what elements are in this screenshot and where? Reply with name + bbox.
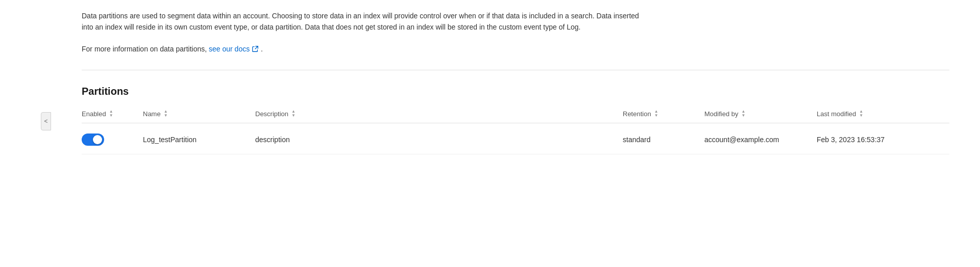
cell-name: Log_testPartition: [143, 136, 255, 144]
docs-link-text: see our docs: [209, 43, 250, 55]
partitions-table: Enabled ▲▼ Name ▲▼ Description ▲▼ Retent…: [82, 110, 949, 154]
col-label-last-modified: Last modified: [817, 110, 856, 118]
cell-last-modified: Feb 3, 2023 16:53:37: [817, 136, 949, 144]
chevron-left-icon: <: [44, 118, 47, 125]
col-label-enabled: Enabled: [82, 110, 106, 118]
sort-icon-retention: ▲▼: [654, 110, 658, 118]
col-header-retention[interactable]: Retention ▲▼: [623, 110, 704, 118]
docs-link[interactable]: see our docs: [209, 43, 259, 55]
sidebar-toggle: <: [0, 0, 51, 267]
col-header-last-modified[interactable]: Last modified ▲▼: [817, 110, 949, 118]
docs-period: .: [261, 45, 263, 53]
enabled-toggle[interactable]: [82, 134, 104, 146]
sort-icon-modified-by: ▲▼: [741, 110, 745, 118]
section-divider: [82, 70, 949, 70]
col-label-retention: Retention: [623, 110, 651, 118]
sort-icon-last-modified: ▲▼: [859, 110, 863, 118]
docs-line: For more information on data partitions,…: [82, 43, 643, 55]
col-header-modified-by[interactable]: Modified by ▲▼: [704, 110, 817, 118]
col-header-name[interactable]: Name ▲▼: [143, 110, 255, 118]
sort-icon-name: ▲▼: [164, 110, 168, 118]
cell-enabled: [82, 134, 143, 146]
section-title: Partitions: [82, 86, 949, 97]
collapse-button[interactable]: <: [41, 112, 51, 130]
col-header-description[interactable]: Description ▲▼: [255, 110, 623, 118]
description-paragraph: Data partitions are used to segment data…: [82, 10, 643, 33]
table-row: Log_testPartition description standard a…: [82, 125, 949, 154]
docs-prefix-text: For more information on data partitions,: [82, 45, 207, 53]
sort-icon-description: ▲▼: [291, 110, 296, 118]
toggle-slider: [82, 134, 104, 146]
table-header: Enabled ▲▼ Name ▲▼ Description ▲▼ Retent…: [82, 110, 949, 123]
sort-icon-enabled: ▲▼: [109, 110, 113, 118]
main-content: Data partitions are used to segment data…: [51, 0, 980, 267]
cell-modified-by: account@example.com: [704, 136, 817, 144]
col-label-name: Name: [143, 110, 161, 118]
col-header-enabled[interactable]: Enabled ▲▼: [82, 110, 143, 118]
col-label-description: Description: [255, 110, 288, 118]
cell-retention: standard: [623, 136, 704, 144]
cell-description: description: [255, 136, 623, 144]
external-link-icon: [252, 45, 259, 52]
col-label-modified-by: Modified by: [704, 110, 738, 118]
